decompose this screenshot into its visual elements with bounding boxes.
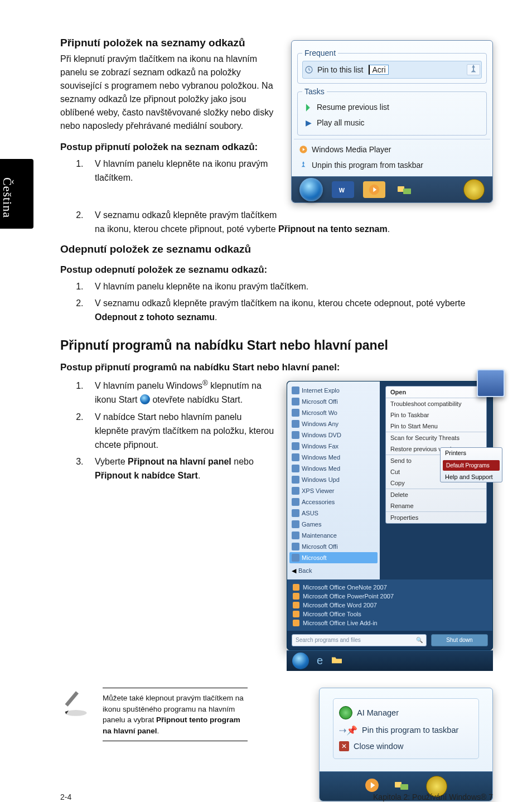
pin-panel-screenshot: AI Manager ⇢📌 Pin this program to taskba… xyxy=(319,688,493,801)
section1-steps-cont: V seznamu odkazů klepněte pravým tlačítk… xyxy=(60,209,493,236)
taskbar-notes-icon[interactable] xyxy=(394,779,412,794)
jump-frequent-legend: Frequent xyxy=(302,49,338,57)
start-menu-left-pane: Internet ExploMicrosoft OffiMicrosoft Wo… xyxy=(287,381,380,579)
taskbar-folder-small-icon[interactable] xyxy=(331,655,343,667)
jump-unpin-row[interactable]: Unpin this program from taskbar xyxy=(297,157,487,173)
note-text: Můžete také klepnout pravým tlačítkem na… xyxy=(103,688,248,741)
start-left-item[interactable]: Windows Med xyxy=(289,463,378,474)
history-icon xyxy=(304,65,314,75)
start-left-item[interactable]: Internet Explo xyxy=(289,385,378,396)
context-open[interactable]: Open xyxy=(386,386,486,398)
start-mid-label: Microsoft Office Tools xyxy=(303,611,361,617)
start-left-item[interactable]: Games xyxy=(289,519,378,530)
start-mid-item[interactable]: Microsoft Office PowerPoint 2007 xyxy=(293,592,487,601)
jump-tasks-group: Tasks ⏵ Resume previous list ▶ Play all … xyxy=(297,87,487,136)
pin-close-row[interactable]: ✕ Close window xyxy=(339,738,473,754)
start-left-label: Windows Fax xyxy=(302,443,338,450)
taskbar-folder-icon[interactable] xyxy=(394,181,417,198)
start-left-item[interactable]: Windows DVD xyxy=(289,429,378,441)
printers-row[interactable]: Printers xyxy=(441,448,502,458)
context-item[interactable]: Troubleshoot compatibility xyxy=(386,398,486,409)
help-support-row[interactable]: Help and Support xyxy=(441,472,502,482)
shutdown-button[interactable]: Shut down xyxy=(431,634,488,646)
jump-pin-row[interactable]: Pin to this list Acri xyxy=(302,61,482,79)
start-left-item[interactable]: Microsoft Offi xyxy=(289,396,378,407)
jump-unpin-label: Unpin this program from taskbar xyxy=(312,161,423,170)
program-icon xyxy=(292,386,299,394)
section3-step-2: V nabídce Start nebo hlavním panelu klep… xyxy=(86,410,313,452)
section2-sub: Postup odepnutí položek ze seznamu odkaz… xyxy=(60,264,493,276)
footer-chapter: Kapitola 2: Používání Windows® 7 xyxy=(373,793,493,801)
start-left-item[interactable]: Maintenance xyxy=(289,530,378,541)
start-left-item[interactable]: Windows Any xyxy=(289,418,378,429)
jump-playall-row[interactable]: ▶ Play all music xyxy=(302,115,482,131)
context-item[interactable]: Pin to Start Menu xyxy=(386,421,486,432)
footer-page-number: 2-4 xyxy=(60,793,71,801)
start-back-label: Back xyxy=(298,567,312,574)
context-item[interactable]: Delete xyxy=(386,489,486,500)
program-icon xyxy=(292,487,299,495)
inline-start-orb-icon xyxy=(140,394,150,404)
pin-icon[interactable] xyxy=(467,64,480,75)
office-icon xyxy=(293,620,299,626)
program-icon xyxy=(292,453,299,461)
search-icon: 🔍 xyxy=(416,637,423,643)
start-left-item[interactable]: Windows Upd xyxy=(289,474,378,485)
start-orb-small-icon[interactable] xyxy=(292,653,309,669)
section1-body: Při klepnutí pravým tlačítkem na ikonu n… xyxy=(60,52,288,133)
start-mid-label: Microsoft Office Word 2007 xyxy=(303,602,377,608)
start-mid-item[interactable]: Microsoft Office OneNote 2007 xyxy=(293,583,487,592)
context-item[interactable]: Properties xyxy=(386,512,486,523)
start-mid-item[interactable]: Microsoft Office Live Add-in xyxy=(293,619,487,627)
jump-frequent-group: Frequent Pin to this list Acri xyxy=(297,49,487,84)
jump-resume-label: Resume previous list xyxy=(317,103,389,112)
section3-title: Připnutí programů na nabídku Start nebo … xyxy=(60,338,493,353)
start-mid-label: Microsoft Office PowerPoint 2007 xyxy=(303,593,394,600)
start-left-item[interactable]: Microsoft Wo xyxy=(289,407,378,418)
pin-close-label: Close window xyxy=(354,742,403,751)
start-left-item[interactable]: Accessories xyxy=(289,496,378,508)
program-icon xyxy=(292,420,299,428)
ai-manager-icon xyxy=(339,706,352,719)
taskbar-asus-icon[interactable] xyxy=(463,179,485,200)
start-left-item[interactable]: Microsoft Offi xyxy=(289,541,378,552)
jump-list-screenshot: Frequent Pin to this list Acri xyxy=(291,40,493,203)
taskbar-ie-icon[interactable]: e xyxy=(317,654,323,667)
section1-steps: V hlavním panelu klepněte na ikonu pravý… xyxy=(60,157,313,185)
taskbar-wmp-icon[interactable] xyxy=(363,181,385,198)
unpin-icon xyxy=(298,160,308,170)
start-left-label: Accessories xyxy=(302,499,335,505)
close-icon: ✕ xyxy=(339,741,349,751)
start-search-input[interactable]: Search programs and files 🔍 xyxy=(292,634,427,646)
context-item[interactable]: Scan for Security Threats xyxy=(386,432,486,443)
start-back-row[interactable]: ◀ Back xyxy=(289,566,378,576)
start-left-item[interactable]: Microsoft xyxy=(289,552,378,563)
start-search-placeholder: Search programs and files xyxy=(296,637,361,643)
jump-wmp-row[interactable]: Windows Media Player xyxy=(297,142,487,157)
section1-step-2: V seznamu odkazů klepněte pravým tlačítk… xyxy=(86,209,493,236)
start-left-item[interactable]: Windows Med xyxy=(289,452,378,463)
pin-ai-label: AI Manager xyxy=(357,708,399,717)
pin-ai-row[interactable]: AI Manager xyxy=(339,703,473,722)
start-left-label: Internet Explo xyxy=(302,387,340,394)
taskbar-word-icon[interactable]: W xyxy=(332,181,354,198)
start-orb-icon[interactable] xyxy=(299,178,323,201)
jump-playall-label: Play all music xyxy=(317,118,365,127)
default-programs-btn[interactable]: Default Programs xyxy=(443,460,500,471)
start-left-label: Microsoft Offi xyxy=(302,543,338,550)
start-mid-item[interactable]: Microsoft Office Tools xyxy=(293,610,487,619)
context-item[interactable]: Pin to Taskbar xyxy=(386,409,486,421)
start-left-item[interactable]: ASUS xyxy=(289,508,378,519)
jump-resume-row[interactable]: ⏵ Resume previous list xyxy=(302,99,482,115)
start-menu-right-pane: Open Troubleshoot compatibilityPin to Ta… xyxy=(380,381,492,579)
start-left-item[interactable]: XPS Viewer xyxy=(289,485,378,496)
section3-sub: Postup připnutí programů na nabídku Star… xyxy=(60,362,493,373)
program-icon xyxy=(292,498,299,506)
program-icon xyxy=(292,409,299,417)
context-item[interactable]: Rename xyxy=(386,500,486,511)
start-left-item[interactable]: Windows Fax xyxy=(289,441,378,452)
jump-tasks-legend: Tasks xyxy=(302,87,327,96)
start-mid-item[interactable]: Microsoft Office Word 2007 xyxy=(293,601,487,610)
jump-pin-target: Acri xyxy=(369,65,388,75)
pin-program-row[interactable]: ⇢📌 Pin this program to taskbar xyxy=(339,722,473,738)
